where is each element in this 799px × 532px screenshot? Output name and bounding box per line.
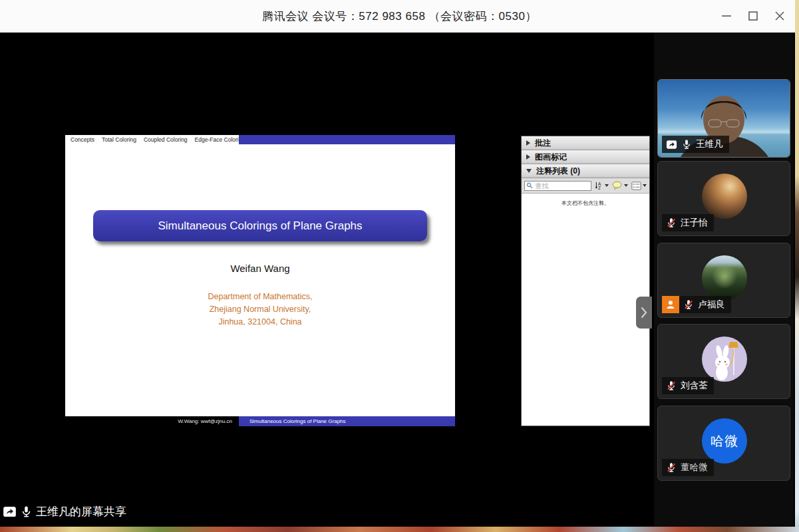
avatar xyxy=(702,255,747,301)
window-title: 腾讯会议 会议号：572 983 658 （会议密码：0530） xyxy=(262,9,537,24)
comment-search-box[interactable] xyxy=(524,181,591,191)
section-comment-list[interactable]: 注释列表 (0) xyxy=(522,164,649,178)
slide-nav-concepts: Concepts xyxy=(71,136,94,143)
no-comments-message: 本文档不包含注释。 xyxy=(522,200,649,207)
microphone-icon xyxy=(681,139,692,150)
participant-name-tag: 董哈微 xyxy=(662,459,714,476)
maximize-icon xyxy=(746,9,760,23)
participant-tile-video[interactable]: 王维凡 xyxy=(657,79,790,158)
microphone-muted-icon xyxy=(666,462,677,473)
slide-header: Concepts Total Coloring Coupled Coloring… xyxy=(65,135,455,144)
avatar xyxy=(702,336,747,382)
section-drawing-markups[interactable]: 图画标记 xyxy=(522,150,649,164)
participant-name: 王维凡 xyxy=(696,138,723,150)
microphone-muted-icon xyxy=(666,380,677,391)
participant-name-row: 卢福良 xyxy=(662,296,731,313)
avatar: 哈微 xyxy=(702,418,747,464)
minimize-icon xyxy=(720,9,733,23)
list-options-button[interactable] xyxy=(631,182,647,190)
microphone-muted-icon xyxy=(683,299,694,310)
desktop-wallpaper-right-sliver xyxy=(795,0,799,532)
participant-name: 卢福良 xyxy=(698,299,725,311)
slide-nav-tabs: Concepts Total Coloring Coupled Coloring… xyxy=(65,135,239,144)
participant-name-row: 汪子怡 xyxy=(662,214,714,231)
affiliation-line-1: Department of Mathematics, xyxy=(65,291,455,303)
search-icon xyxy=(526,182,533,190)
microphone-muted-icon xyxy=(666,217,677,228)
participant-name-row: 王维凡 xyxy=(662,136,729,153)
participant-name-tag: 王维凡 xyxy=(662,136,729,153)
participant-name-tag: 卢福良 xyxy=(679,296,731,313)
participant-tile[interactable]: 汪子怡 xyxy=(657,161,790,236)
slide-title-box: Simultaneous Colorings of Plane Graphs xyxy=(93,210,427,241)
avatar xyxy=(702,174,747,219)
section-comments-label: 批注 xyxy=(535,138,551,149)
dropdown-caret-icon xyxy=(624,184,628,187)
slide-header-accent-bar xyxy=(239,135,455,144)
participant-name: 汪子怡 xyxy=(681,217,708,229)
screen-share-banner: 王维凡的屏幕共享 xyxy=(3,504,126,519)
collapsed-triangle-icon xyxy=(526,154,530,160)
sort-comments-button[interactable]: A Z xyxy=(595,181,609,190)
expanded-triangle-icon xyxy=(526,169,532,173)
participant-name-tag: 刘含荃 xyxy=(662,377,714,394)
screen-share-icon xyxy=(666,139,677,150)
desktop-wallpaper-bottom-sliver xyxy=(0,527,799,532)
microphone-icon xyxy=(20,505,33,518)
comment-search-input[interactable] xyxy=(535,182,589,190)
slide-affiliation: Department of Mathematics, Zhejiang Norm… xyxy=(65,291,455,329)
slide-footer: W.Wang: wwf@zjnu.cn Simultaneous Colorin… xyxy=(65,416,455,426)
slide-footer-email: W.Wang: wwf@zjnu.cn xyxy=(65,416,239,426)
comment-list-toolbar: A Z xyxy=(522,178,649,194)
window-controls xyxy=(718,0,788,32)
collapsed-triangle-icon xyxy=(526,140,530,146)
svg-text:Z: Z xyxy=(598,186,601,190)
minimize-button[interactable] xyxy=(718,7,735,25)
section-drawing-markups-label: 图画标记 xyxy=(535,152,567,163)
person-icon xyxy=(665,299,676,310)
participant-tile[interactable]: 卢福良 xyxy=(657,243,790,318)
participant-name-tag: 汪子怡 xyxy=(662,214,714,231)
slide-nav-total-coloring: Total Coloring xyxy=(102,136,136,143)
close-icon xyxy=(773,9,786,23)
slide-nav-edge-face-coloring: Edge-Face Coloring xyxy=(195,136,245,143)
filter-comments-button[interactable] xyxy=(612,181,628,190)
participant-tile[interactable]: 哈微 董哈微 xyxy=(657,406,790,481)
slide-title: Simultaneous Colorings of Plane Graphs xyxy=(158,219,362,233)
screen-share-icon xyxy=(3,505,17,519)
host-badge xyxy=(662,296,679,313)
slide-nav-coupled-coloring: Coupled Coloring xyxy=(144,136,188,143)
affiliation-line-2: Zhejiang Normal University, xyxy=(65,303,455,316)
close-button[interactable] xyxy=(771,7,788,25)
section-comment-list-label: 注释列表 (0) xyxy=(536,166,580,177)
sort-az-icon: A Z xyxy=(595,181,603,190)
maximize-button[interactable] xyxy=(744,7,762,25)
speech-bubble-icon xyxy=(612,181,623,190)
slide-author: Weifan Wang xyxy=(65,263,455,274)
window-titlebar: 腾讯会议 会议号：572 983 658 （会议密码：0530） xyxy=(0,0,799,33)
participant-name: 董哈微 xyxy=(681,462,708,473)
participant-name-row: 董哈微 xyxy=(662,459,714,476)
annotation-panel: 批注 图画标记 注释列表 (0) A Z xyxy=(521,136,650,426)
participants-sidebar: 王维凡 汪子怡 xyxy=(654,32,794,527)
affiliation-line-3: Jinhua, 321004, China xyxy=(65,316,455,329)
dropdown-caret-icon xyxy=(605,184,609,187)
participant-name-row: 刘含荃 xyxy=(662,377,714,394)
participant-tile[interactable]: 刘含荃 xyxy=(657,324,790,399)
chevron-right-icon xyxy=(640,306,648,319)
participant-name: 刘含荃 xyxy=(681,380,708,392)
screen-share-banner-text: 王维凡的屏幕共享 xyxy=(36,504,126,519)
list-view-icon xyxy=(631,182,641,190)
rabbit-avatar-art xyxy=(702,336,747,382)
avatar-initials-text: 哈微 xyxy=(711,432,738,450)
dropdown-caret-icon xyxy=(643,184,647,187)
sidebar-collapse-button[interactable] xyxy=(636,297,652,329)
slide-footer-title: Simultaneous Colorings of Plane Graphs xyxy=(239,416,455,426)
presentation-slide: Concepts Total Coloring Coupled Coloring… xyxy=(65,135,455,426)
section-comments[interactable]: 批注 xyxy=(522,136,649,150)
